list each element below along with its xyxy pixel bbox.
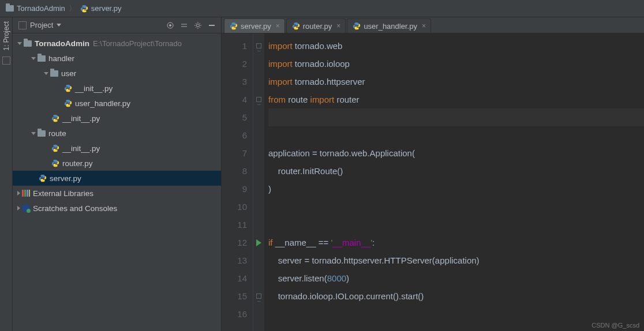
tree-file[interactable]: __init__.py xyxy=(13,81,221,96)
tree-label: handler xyxy=(48,54,74,63)
tree-label: TornadoAdmin xyxy=(35,39,89,48)
tree-label: __init__.py xyxy=(62,114,100,123)
python-file-icon xyxy=(51,144,60,153)
tree-label: External Libraries xyxy=(33,189,93,198)
libraries-icon xyxy=(22,190,30,197)
project-panel-header: Project xyxy=(13,17,221,33)
line-number: 4 xyxy=(222,91,247,108)
gutter-icons xyxy=(253,33,265,331)
tree-file-server[interactable]: server.py xyxy=(13,171,221,186)
fold-marker[interactable] xyxy=(253,91,264,108)
tree-file[interactable]: __init__.py xyxy=(13,141,221,156)
tab-label: user_handler.py xyxy=(364,22,417,31)
project-panel-title[interactable]: Project xyxy=(30,21,53,29)
close-icon[interactable]: × xyxy=(276,22,280,30)
run-gutter-icon[interactable] xyxy=(253,234,264,251)
close-icon[interactable]: × xyxy=(422,22,426,30)
line-number: 6 xyxy=(222,126,247,144)
folder-icon xyxy=(24,40,32,47)
tab-server[interactable]: server.py × xyxy=(224,18,285,33)
tree-path: E:\TornadoProject\Tornado xyxy=(93,39,182,48)
tree-label: user_handler.py xyxy=(75,99,130,108)
python-file-icon xyxy=(38,174,47,183)
tree-folder-user[interactable]: user xyxy=(13,66,221,81)
line-number: 7 xyxy=(222,144,247,162)
python-file-icon xyxy=(229,21,238,31)
tree-external-libraries[interactable]: External Libraries xyxy=(13,186,221,201)
tree-label: route xyxy=(48,129,66,138)
scratches-icon xyxy=(22,204,30,212)
line-number: 15 xyxy=(222,287,247,305)
watermark: CSDN @G_scsd xyxy=(591,322,639,329)
close-icon[interactable]: × xyxy=(336,22,340,30)
folder-icon xyxy=(38,55,46,62)
line-number: 8 xyxy=(222,162,247,180)
hide-button[interactable] xyxy=(206,20,218,31)
tree-folder-route[interactable]: route xyxy=(13,126,221,141)
editor-area: server.py × router.py × user_handler.py … xyxy=(222,17,644,331)
tree-label: server.py xyxy=(50,174,81,183)
breadcrumb-file[interactable]: server.py xyxy=(91,4,122,13)
python-file-icon xyxy=(352,21,361,31)
chevron-down-icon[interactable] xyxy=(57,24,61,27)
tree-file[interactable]: user_handler.py xyxy=(13,96,221,111)
breadcrumb: TornadoAdmin 〉 server.py xyxy=(0,0,644,17)
folder-icon xyxy=(38,130,46,137)
tab-user-handler[interactable]: user_handler.py × xyxy=(347,18,431,33)
line-number: 14 xyxy=(222,269,247,287)
sidebar-toolstrip: 1: Project xyxy=(0,17,13,331)
line-number: 10 xyxy=(222,198,247,216)
line-number: 11 xyxy=(222,216,247,234)
fold-marker[interactable] xyxy=(253,287,264,305)
line-number: 9 xyxy=(222,180,247,198)
svg-point-1 xyxy=(170,24,171,26)
sidebar-tab-project[interactable]: 1: Project xyxy=(1,19,12,53)
folder-icon xyxy=(6,5,14,12)
expand-arrow-icon[interactable] xyxy=(17,206,20,210)
svg-point-2 xyxy=(197,24,200,27)
expand-arrow-icon[interactable] xyxy=(31,57,36,60)
python-file-icon xyxy=(51,159,60,168)
python-file-icon xyxy=(63,99,73,108)
tree-label: __init__.py xyxy=(62,144,100,153)
line-number: 1 xyxy=(222,37,247,55)
line-number: 5 xyxy=(222,108,247,126)
project-panel: Project TornadoAdmin E:\TornadoProject\T… xyxy=(13,17,222,331)
tree-folder-handler[interactable]: handler xyxy=(13,51,221,66)
collapse-all-icon[interactable] xyxy=(178,20,190,31)
expand-arrow-icon[interactable] xyxy=(31,132,36,135)
project-tree: TornadoAdmin E:\TornadoProject\Tornado h… xyxy=(13,33,221,331)
tree-label: user xyxy=(61,69,76,78)
fold-marker[interactable] xyxy=(253,37,264,55)
tree-root[interactable]: TornadoAdmin E:\TornadoProject\Tornado xyxy=(13,36,221,51)
expand-arrow-icon[interactable] xyxy=(44,72,48,75)
tree-label: router.py xyxy=(62,159,93,168)
tab-router[interactable]: router.py × xyxy=(286,18,346,33)
structure-icon[interactable] xyxy=(2,57,10,65)
line-number: 12 xyxy=(222,234,247,251)
expand-arrow-icon[interactable] xyxy=(17,42,22,45)
tree-label: __init__.py xyxy=(75,84,113,93)
tab-label: router.py xyxy=(303,22,332,31)
python-file-icon xyxy=(291,21,301,31)
tree-file[interactable]: __init__.py xyxy=(13,111,221,126)
line-number: 13 xyxy=(222,251,247,269)
expand-arrow-icon[interactable] xyxy=(17,191,20,195)
code-editor[interactable]: 1 2 3 4 5 6 7 8 9 10 11 12 13 14 15 16 xyxy=(222,33,644,331)
locate-icon[interactable] xyxy=(164,20,176,31)
tree-scratches[interactable]: Scratches and Consoles xyxy=(13,201,221,216)
tree-file[interactable]: router.py xyxy=(13,156,221,171)
chevron-right-icon: 〉 xyxy=(69,3,76,14)
code-content[interactable]: import tornado.web import tornado.ioloop… xyxy=(265,33,644,331)
python-file-icon xyxy=(51,114,60,123)
folder-icon xyxy=(50,70,58,77)
line-number: 3 xyxy=(222,73,247,91)
gear-icon[interactable] xyxy=(192,20,204,31)
python-file-icon xyxy=(63,84,73,93)
project-view-icon xyxy=(18,21,27,29)
tab-label: server.py xyxy=(241,22,271,31)
line-number: 16 xyxy=(222,305,247,323)
tree-label: Scratches and Consoles xyxy=(33,204,117,213)
line-number-gutter: 1 2 3 4 5 6 7 8 9 10 11 12 13 14 15 16 xyxy=(222,33,253,331)
breadcrumb-project[interactable]: TornadoAdmin xyxy=(17,4,65,13)
